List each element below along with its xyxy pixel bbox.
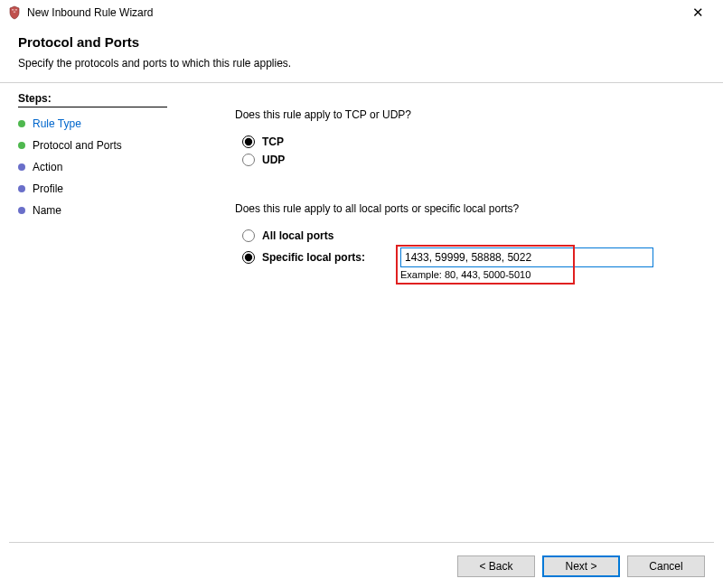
svg-rect-1 [15,9,17,11]
cancel-button[interactable]: Cancel [627,555,705,577]
udp-radio[interactable] [242,154,255,166]
tcp-label: TCP [262,135,284,148]
step-bullet-icon [18,185,25,192]
tcp-option[interactable]: TCP [235,135,696,148]
step-name[interactable]: Name [18,200,172,221]
tcp-radio[interactable] [242,135,255,148]
main-panel: Does this rule apply to TCP or UDP? TCP … [172,83,723,542]
svg-rect-0 [12,9,14,11]
steps-label: Steps: [18,92,167,107]
specific-ports-label: Specific local ports: [262,251,365,264]
firewall-icon [7,5,22,20]
step-label: Action [33,161,62,173]
svg-rect-2 [14,12,15,14]
step-bullet-icon [18,163,25,171]
step-rule-type[interactable]: Rule Type [18,113,172,135]
page-title: Protocol and Ports [18,34,705,50]
all-ports-radio[interactable] [242,229,255,242]
step-profile[interactable]: Profile [18,178,172,200]
page-heading: Protocol and Ports Specify the protocols… [0,25,723,73]
step-label: Protocol and Ports [33,139,122,152]
udp-label: UDP [262,154,285,166]
udp-option[interactable]: UDP [235,154,696,166]
ports-question: Does this rule apply to all local ports … [235,202,696,215]
step-label: Rule Type [33,117,81,130]
close-button[interactable]: ✕ [680,5,716,21]
page-subtitle: Specify the protocols and ports to which… [18,57,705,70]
specific-ports-radio[interactable] [242,251,255,264]
protocol-question: Does this rule apply to TCP or UDP? [235,108,696,121]
step-label: Name [33,204,61,217]
step-bullet-icon [18,207,25,214]
specific-ports-option[interactable]: Specific local ports: [242,251,400,264]
titlebar: New Inbound Rule Wizard ✕ [0,0,723,25]
step-bullet-icon [18,120,25,127]
footer-divider [9,542,714,543]
window-title: New Inbound Rule Wizard [27,6,680,19]
back-button[interactable]: < Back [457,555,535,577]
ports-example: Example: 80, 443, 5000-5010 [400,269,696,280]
all-ports-option[interactable]: All local ports [235,229,696,242]
step-bullet-icon [18,142,25,149]
next-button[interactable]: Next > [542,555,620,577]
specific-ports-input[interactable] [400,247,653,267]
wizard-footer: < Back Next > Cancel [457,555,705,577]
steps-sidebar: Steps: Rule Type Protocol and Ports Acti… [0,83,172,542]
step-action[interactable]: Action [18,156,172,178]
step-label: Profile [33,182,63,195]
step-protocol-and-ports[interactable]: Protocol and Ports [18,135,172,156]
all-ports-label: All local ports [262,229,333,242]
